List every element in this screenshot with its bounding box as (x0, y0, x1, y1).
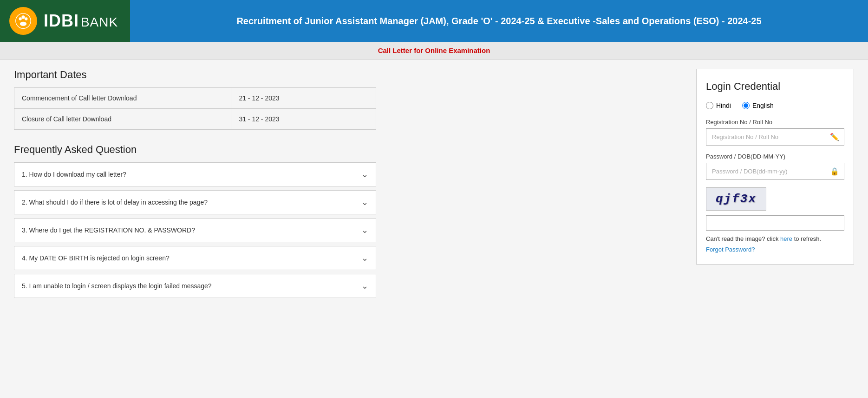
faq-item[interactable]: 1. How do I download my call letter? ⌄ (14, 162, 376, 186)
login-panel: Login Credential Hindi English Registrat… (696, 69, 854, 265)
date-value: 31 - 12 - 2023 (231, 109, 376, 130)
date-label: Commencement of Call letter Download (14, 88, 231, 109)
lang-english-label: English (752, 102, 774, 109)
main-content: Important Dates Commencement of Call let… (0, 60, 868, 311)
forgot-password-link[interactable]: Forgot Password? (706, 246, 844, 253)
table-row: Commencement of Call letter Download 21 … (14, 88, 376, 109)
svg-point-4 (20, 22, 26, 26)
sub-header-text: Call Letter for Online Examination (378, 46, 490, 54)
svg-point-3 (25, 17, 27, 20)
header-title: Recruitment of Junior Assistant Manager … (130, 0, 868, 42)
chevron-down-icon: ⌄ (361, 281, 368, 291)
site-header: IDBI BANK Recruitment of Junior Assistan… (0, 0, 868, 42)
chevron-down-icon: ⌄ (361, 197, 368, 207)
important-dates-title: Important Dates (14, 69, 682, 81)
lang-english-option[interactable]: English (742, 102, 774, 109)
reg-label: Registration No / Roll No (706, 119, 844, 126)
password-label: Password / DOB(DD-MM-YY) (706, 153, 844, 160)
logo-icon (9, 7, 37, 35)
svg-point-2 (19, 17, 22, 20)
reg-input[interactable] (706, 129, 825, 145)
chevron-down-icon: ⌄ (361, 253, 368, 263)
faq-item[interactable]: 4. My DATE OF BIRTH is rejected on login… (14, 246, 376, 270)
faq-item[interactable]: 2. What should I do if there is lot of d… (14, 190, 376, 214)
captcha-text: qjf3x (716, 192, 757, 206)
faq-list: 1. How do I download my call letter? ⌄ 2… (14, 162, 682, 298)
date-value: 21 - 12 - 2023 (231, 88, 376, 109)
chevron-down-icon: ⌄ (361, 169, 368, 179)
faq-item[interactable]: 5. I am unable to login / screen display… (14, 274, 376, 298)
captcha-refresh-link[interactable]: here (780, 235, 792, 242)
lang-hindi-label: Hindi (716, 102, 731, 109)
date-label: Closure of Call letter Download (14, 109, 231, 130)
lang-english-radio[interactable] (742, 102, 750, 109)
lang-hindi-option[interactable]: Hindi (706, 102, 731, 109)
logo-text: IDBI BANK (44, 11, 118, 31)
faq-question: 5. I am unable to login / screen display… (22, 282, 212, 290)
svg-point-1 (21, 15, 25, 19)
captcha-image: qjf3x (706, 187, 766, 211)
password-input[interactable] (706, 163, 825, 179)
logo-section: IDBI BANK (0, 0, 130, 42)
reg-input-row: ✏️ (706, 128, 844, 146)
sub-header-bar: Call Letter for Online Examination (0, 42, 868, 60)
faq-question: 1. How do I download my call letter? (22, 171, 126, 178)
important-dates-table: Commencement of Call letter Download 21 … (14, 87, 376, 130)
captcha-input[interactable] (706, 215, 844, 231)
password-input-row: 🔒 (706, 163, 844, 180)
captcha-hint: Can't read the image? click here to refr… (706, 235, 844, 242)
faq-question: 4. My DATE OF BIRTH is rejected on login… (22, 254, 170, 262)
edit-icon[interactable]: ✏️ (825, 133, 844, 141)
lang-hindi-radio[interactable] (706, 102, 713, 109)
faq-question: 3. Where do I get the REGISTRATION NO. &… (22, 226, 195, 234)
faq-title: Frequently Asked Question (14, 144, 682, 156)
lock-icon[interactable]: 🔒 (825, 167, 844, 176)
faq-question: 2. What should I do if there is lot of d… (22, 199, 208, 206)
table-row: Closure of Call letter Download 31 - 12 … (14, 109, 376, 130)
login-title: Login Credential (706, 80, 844, 93)
left-panel: Important Dates Commencement of Call let… (14, 69, 682, 302)
language-selection: Hindi English (706, 102, 844, 109)
chevron-down-icon: ⌄ (361, 225, 368, 235)
faq-item[interactable]: 3. Where do I get the REGISTRATION NO. &… (14, 218, 376, 242)
